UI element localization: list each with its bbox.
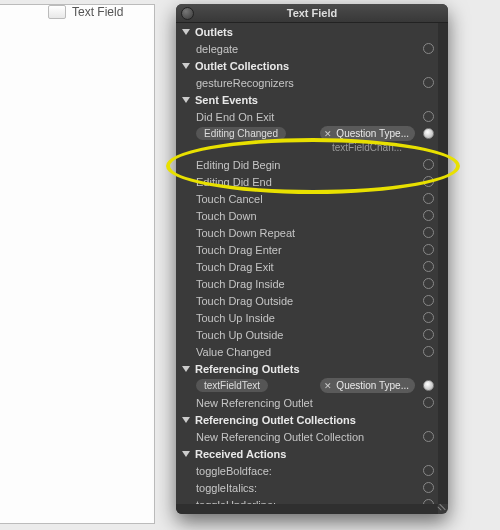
horizontal-scrollbar[interactable] [176,504,438,514]
event-row-touch-drag-outside[interactable]: Touch Drag Outside [176,292,438,309]
connections-panel: Text Field Outlets delegate Outlet Colle… [176,4,448,514]
row-label: Touch Up Outside [196,329,419,341]
event-row-did-end-on-exit[interactable]: Did End On Exit [176,108,438,125]
row-label: toggleItalics: [196,482,419,494]
refoutlet-row-new[interactable]: New Referencing Outlet [176,394,438,411]
event-row-editing-did-begin[interactable]: Editing Did Begin [176,156,438,173]
connection-port-icon[interactable] [423,77,434,88]
connection-port-icon[interactable] [423,111,434,122]
event-row-touch-down-repeat[interactable]: Touch Down Repeat [176,224,438,241]
row-label: Touch Down [196,210,419,222]
row-label: delegate [196,43,419,55]
connection-port-icon[interactable] [423,431,434,442]
section-label: Outlet Collections [195,60,289,72]
connection-port-icon[interactable] [423,329,434,340]
event-row-touch-up-outside[interactable]: Touch Up Outside [176,326,438,343]
connection-port-icon[interactable] [423,261,434,272]
row-label: toggleBoldface: [196,465,419,477]
row-label: Touch Up Inside [196,312,419,324]
connection-port-icon[interactable] [423,43,434,54]
section-label: Outlets [195,26,233,38]
library-item-textfield[interactable]: Text Field [48,5,123,19]
chevron-down-icon [182,97,190,103]
event-row-touch-up-inside[interactable]: Touch Up Inside [176,309,438,326]
connection-target-pill[interactable]: ✕ Question Type... [320,126,415,141]
row-label: Editing Changed [196,127,320,140]
close-icon[interactable] [181,7,194,20]
section-outlets[interactable]: Outlets [176,23,438,40]
chevron-down-icon [182,63,190,69]
event-row-touch-cancel[interactable]: Touch Cancel [176,190,438,207]
panel-title: Text Field [287,7,338,19]
connection-port-icon[interactable] [423,128,434,139]
chevron-down-icon [182,29,190,35]
row-label: Touch Drag Outside [196,295,419,307]
event-row-editing-changed[interactable]: Editing Changed ✕ Question Type... [176,125,438,142]
row-label: gestureRecognizers [196,77,419,89]
section-label: Sent Events [195,94,258,106]
row-label: Did End On Exit [196,111,419,123]
row-label: Editing Did Begin [196,159,419,171]
connection-port-icon[interactable] [423,380,434,391]
remove-connection-icon[interactable]: ✕ [324,381,332,391]
panel-header: Text Field [176,4,448,23]
refoutlet-row-textfieldtext[interactable]: textFieldText ✕ Question Type... [176,377,438,394]
connection-port-icon[interactable] [423,295,434,306]
connection-port-icon[interactable] [423,193,434,204]
event-row-value-changed[interactable]: Value Changed [176,343,438,360]
row-label: Editing Did End [196,176,419,188]
connection-port-icon[interactable] [423,176,434,187]
action-row-underline[interactable]: toggleUnderline: [176,496,438,504]
section-label: Referencing Outlets [195,363,300,375]
section-outlet-collections[interactable]: Outlet Collections [176,57,438,74]
chevron-down-icon [182,451,190,457]
section-referencing-outlets[interactable]: Referencing Outlets [176,360,438,377]
event-row-touch-drag-exit[interactable]: Touch Drag Exit [176,258,438,275]
connection-port-icon[interactable] [423,227,434,238]
textfield-icon [48,5,66,19]
outlet-row-gesture[interactable]: gestureRecognizers [176,74,438,91]
connection-port-icon[interactable] [423,482,434,493]
connection-port-icon[interactable] [423,210,434,221]
library-item-label: Text Field [72,5,123,19]
row-label: New Referencing Outlet [196,397,419,409]
row-label: New Referencing Outlet Collection [196,431,419,443]
outlet-row-delegate[interactable]: delegate [176,40,438,57]
row-label: Touch Drag Exit [196,261,419,273]
panel-body: Outlets delegate Outlet Collections gest… [176,23,448,514]
connection-port-icon[interactable] [423,278,434,289]
row-label: textFieldText [196,379,320,392]
section-label: Received Actions [195,448,286,460]
resize-handle-icon[interactable] [435,501,446,512]
canvas-background [0,4,155,524]
section-label: Referencing Outlet Collections [195,414,356,426]
connection-port-icon[interactable] [423,312,434,323]
refoutletcol-row-new[interactable]: New Referencing Outlet Collection [176,428,438,445]
remove-connection-icon[interactable]: ✕ [324,129,332,139]
section-received-actions[interactable]: Received Actions [176,445,438,462]
connection-target-label: Question Type... [336,128,409,139]
event-row-editing-did-end[interactable]: Editing Did End [176,173,438,190]
section-ref-outlet-collections[interactable]: Referencing Outlet Collections [176,411,438,428]
action-row-italics[interactable]: toggleItalics: [176,479,438,496]
connection-port-icon[interactable] [423,465,434,476]
event-row-touch-drag-enter[interactable]: Touch Drag Enter [176,241,438,258]
event-row-touch-down[interactable]: Touch Down [176,207,438,224]
connection-port-icon[interactable] [423,244,434,255]
row-label: Value Changed [196,346,419,358]
connection-port-icon[interactable] [423,346,434,357]
connection-action-label: textFieldChan... [176,142,438,156]
row-label: Touch Cancel [196,193,419,205]
section-sent-events[interactable]: Sent Events [176,91,438,108]
vertical-scrollbar[interactable] [438,23,448,504]
chevron-down-icon [182,366,190,372]
event-row-touch-drag-inside[interactable]: Touch Drag Inside [176,275,438,292]
connection-target-label: Question Type... [336,380,409,391]
row-label: Touch Down Repeat [196,227,419,239]
connection-target-pill[interactable]: ✕ Question Type... [320,378,415,393]
chevron-down-icon [182,417,190,423]
connection-port-icon[interactable] [423,159,434,170]
action-row-boldface[interactable]: toggleBoldface: [176,462,438,479]
row-label: Touch Drag Enter [196,244,419,256]
connection-port-icon[interactable] [423,397,434,408]
